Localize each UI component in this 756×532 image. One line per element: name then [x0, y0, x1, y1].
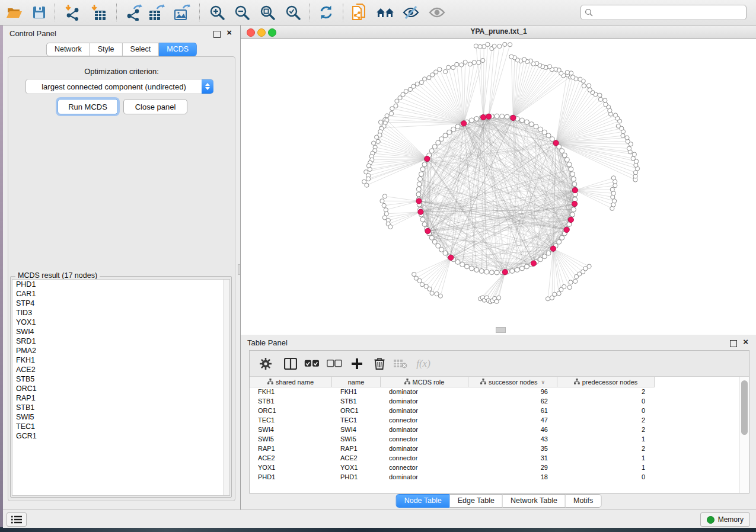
cell-predecessor-nodes: 1 [557, 435, 655, 443]
table-row[interactable]: FKH1FKH1dominator962 [250, 387, 740, 396]
cell-MCDS-role: dominator [381, 388, 468, 395]
mcds-result-list[interactable]: PHD1CAR1STP4TID3YOX1SWI4SRD1PMA2FKH1ACE2… [12, 279, 230, 496]
mcds-result-item[interactable]: STP4 [12, 299, 229, 308]
network-window-titlebar[interactable]: YPA_prune.txt_1 [241, 25, 756, 39]
open-file-icon[interactable] [4, 2, 25, 23]
zoom-selected-icon[interactable] [282, 2, 304, 23]
cell-successor-nodes: 43 [468, 435, 557, 443]
column-header-MCDS-role[interactable]: MCDS role [381, 377, 468, 387]
network-graph[interactable] [241, 39, 756, 335]
search-icon [585, 8, 593, 17]
table-row[interactable]: TEC1TEC1connector472 [250, 415, 740, 425]
column-label: successor nodes [489, 379, 538, 386]
table-row[interactable]: SWI5SWI5connector431 [250, 434, 740, 444]
mcds-result-item[interactable]: SRD1 [12, 336, 229, 346]
gear-icon[interactable] [256, 354, 276, 373]
memory-button[interactable]: Memory [700, 512, 750, 527]
new-network-from-selection-icon[interactable] [349, 2, 371, 23]
import-table-icon[interactable] [88, 2, 109, 23]
select-all-columns-icon[interactable] [302, 354, 322, 373]
deselect-all-columns-icon[interactable] [324, 354, 344, 373]
mcds-result-item[interactable]: RAP1 [12, 393, 229, 403]
cell-shared-name: ORC1 [250, 407, 332, 414]
cell-shared-name: YOX1 [250, 464, 332, 471]
table-row[interactable]: YOX1YOX1connector291 [250, 463, 740, 472]
sort-indicator-icon[interactable]: ∨ [541, 379, 545, 385]
mcds-result-item[interactable]: ACE2 [12, 365, 229, 374]
export-network-icon[interactable] [123, 2, 145, 23]
hide-selected-icon[interactable] [400, 2, 422, 23]
close-panel-icon[interactable]: × [227, 27, 232, 38]
mcds-result-item[interactable]: FKH1 [12, 355, 229, 365]
mcds-result-item[interactable]: SWI5 [12, 412, 229, 422]
mcds-result-item[interactable]: SWI4 [12, 327, 229, 336]
mcds-result-item[interactable]: STB1 [12, 403, 229, 412]
zoom-fit-icon[interactable] [257, 2, 278, 23]
zoom-out-icon[interactable] [231, 2, 253, 23]
cell-name: TEC1 [332, 416, 381, 424]
mcds-result-item[interactable]: PHD1 [12, 280, 229, 289]
export-table-icon[interactable] [146, 2, 167, 23]
memory-button-label: Memory [718, 515, 744, 524]
search-box[interactable] [580, 5, 747, 20]
mcds-result-item[interactable]: TEC1 [12, 422, 229, 431]
table-scrollbar-thumb[interactable] [741, 380, 748, 435]
close-panel-button[interactable]: Close panel [123, 99, 187, 114]
save-session-icon[interactable] [28, 2, 50, 23]
table-row[interactable]: ACE2ACE2connector311 [250, 453, 740, 463]
tab-network[interactable]: Network [46, 43, 90, 56]
column-header-shared-name[interactable]: shared name [250, 377, 332, 387]
mcds-result-item[interactable]: STB5 [12, 374, 229, 384]
cell-name: STB1 [332, 398, 381, 405]
column-label: predecessor nodes [582, 379, 638, 386]
shared-column-icon [574, 379, 580, 386]
optimization-criterion-value: largest connected component (undirected) [26, 82, 202, 91]
mcds-result-item[interactable]: TID3 [12, 308, 229, 318]
tab-edge-table[interactable]: Edge Table [450, 494, 503, 508]
refresh-icon[interactable] [315, 2, 337, 23]
float-window-icon[interactable] [730, 340, 737, 347]
mcds-result-item[interactable]: ORC1 [12, 384, 229, 393]
delete-column-icon[interactable] [369, 354, 390, 373]
cell-predecessor-nodes: 0 [557, 398, 655, 405]
table-row[interactable]: SWI4SWI4dominator462 [250, 425, 740, 434]
tab-node-table[interactable]: Node Table [396, 494, 450, 508]
delete-table-icon-disabled [390, 354, 410, 373]
mcds-list-scrollbar[interactable] [223, 280, 229, 495]
export-image-icon[interactable] [171, 2, 193, 23]
table-row[interactable]: STB1STB1dominator620 [250, 396, 740, 406]
import-network-icon[interactable] [62, 2, 83, 23]
search-input[interactable] [595, 8, 746, 17]
cell-name: ACE2 [332, 454, 381, 462]
first-neighbors-icon[interactable] [375, 2, 396, 23]
tab-motifs[interactable]: Motifs [566, 494, 601, 508]
float-window-icon[interactable] [213, 31, 221, 38]
tab-network-table[interactable]: Network Table [503, 494, 566, 508]
column-header-successor-nodes[interactable]: successor nodes∨ [468, 377, 557, 387]
task-history-button[interactable] [7, 512, 27, 527]
run-mcds-button[interactable]: Run MCDS [58, 99, 118, 114]
cell-MCDS-role: dominator [381, 407, 468, 414]
mcds-result-item[interactable]: CAR1 [12, 289, 229, 299]
control-panel-tabs: NetworkStyleSelectMCDS [46, 43, 197, 56]
split-columns-icon[interactable] [280, 354, 301, 373]
table-row[interactable]: RAP1RAP1dominator352 [250, 444, 740, 453]
mcds-result-item[interactable]: GCR1 [12, 431, 229, 441]
show-all-icon[interactable] [426, 2, 448, 23]
mcds-result-item[interactable]: PMA2 [12, 346, 229, 355]
optimization-criterion-select[interactable]: largest connected component (undirected) [25, 79, 213, 94]
table-row[interactable]: PHD1PHD1dominator180 [250, 472, 740, 482]
table-scrollbar[interactable] [739, 377, 749, 493]
horizontal-splitter-handle[interactable] [496, 327, 506, 333]
column-header-name[interactable]: name [332, 377, 381, 387]
mcds-result-item[interactable]: YOX1 [12, 318, 229, 327]
table-row[interactable]: ORC1ORC1dominator610 [250, 406, 740, 415]
tab-select[interactable]: Select [123, 43, 160, 56]
tab-style[interactable]: Style [90, 43, 123, 56]
tab-mcds[interactable]: MCDS [159, 43, 197, 56]
column-header-predecessor-nodes[interactable]: predecessor nodes [557, 377, 655, 387]
add-column-icon[interactable] [347, 354, 367, 373]
close-panel-icon[interactable]: × [743, 336, 748, 347]
zoom-in-icon[interactable] [206, 2, 228, 23]
toolbar-separator [116, 4, 117, 21]
